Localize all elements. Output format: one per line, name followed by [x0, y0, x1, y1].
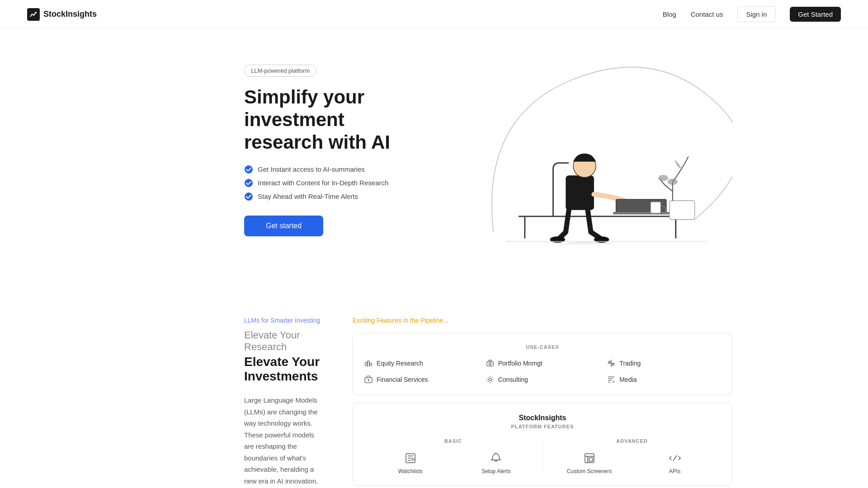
use-case-portfolio: Portfolio Mnmgt [486, 359, 600, 368]
advanced-label: ADVANCED [550, 438, 714, 444]
platform-features-card: StockInsights PLATFORM FEATURES BASIC [353, 403, 732, 486]
hero-features: Get Instant access to AI-summaries Inter… [244, 165, 425, 201]
section2-label: LLMs for Smarter Investing [244, 317, 326, 324]
use-cases-card: USE-CASES Equity Research Portfo [353, 333, 732, 395]
hero-cta-button[interactable]: Get started [244, 216, 323, 236]
advanced-screeners: Custom Screeners [550, 451, 628, 474]
trading-icon [607, 359, 616, 368]
consulting-icon [486, 375, 495, 384]
hero-left: LLM-powered platform Simplify your inves… [244, 65, 425, 236]
platform-card-subtitle: PLATFORM FEATURES [364, 424, 721, 429]
svg-point-1 [245, 179, 253, 187]
hero-illustration [443, 56, 732, 244]
use-case-financial-label: Financial Services [377, 376, 428, 383]
hero-title: Simplify your investment research with A… [244, 86, 425, 154]
nav-links: Blog Contact us Sign in Get Started [663, 6, 841, 22]
use-case-financial: Financial Services [364, 375, 478, 384]
basic-alerts: Setup Alerts [457, 451, 536, 474]
use-cases-header: USE-CASES [364, 344, 721, 350]
svg-point-16 [668, 178, 678, 185]
section2-text1: Large Language Models (LLMs) are changin… [244, 394, 326, 487]
svg-rect-11 [651, 202, 660, 213]
section2: LLMs for Smarter Investing Elevate Your … [108, 281, 760, 488]
svg-point-2 [245, 192, 253, 201]
use-case-equity-label: Equity Research [377, 360, 423, 367]
use-case-media-label: Media [619, 376, 637, 383]
svg-rect-7 [566, 175, 594, 210]
logo[interactable]: StockInsights [27, 8, 97, 21]
check-icon-3 [244, 192, 253, 201]
check-icon-2 [244, 178, 253, 188]
basic-watchlists: Watchlists [371, 451, 450, 474]
platform-card-title: StockInsights [364, 414, 721, 422]
exciting-label: Exciting Features in the Pipeline... [353, 317, 732, 324]
apis-icon [668, 451, 682, 465]
section2-left: LLMs for Smarter Investing Elevate Your … [136, 317, 326, 488]
feature-2: Interact with Content for In-Depth Resea… [244, 178, 425, 188]
advanced-apis: APIs [636, 451, 714, 474]
basic-items: Watchlists Setup Alerts [371, 451, 535, 474]
feature-3-text: Stay Ahead with Real-Time Alerts [258, 192, 358, 200]
screeners-label: Custom Screeners [567, 468, 612, 474]
getstarted-button-nav[interactable]: Get Started [790, 7, 841, 22]
feature-1-text: Get Instant access to AI-summaries [258, 165, 365, 173]
use-case-consulting-label: Consulting [498, 376, 528, 383]
svg-point-19 [489, 363, 491, 365]
advanced-items: Custom Screeners APIs [550, 451, 714, 474]
use-case-consulting: Consulting [486, 375, 600, 384]
svg-point-0 [245, 165, 253, 174]
use-case-equity: Equity Research [364, 359, 478, 368]
feature-3: Stay Ahead with Real-Time Alerts [244, 192, 425, 201]
svg-point-27 [489, 378, 491, 381]
use-case-media: Media [607, 375, 721, 384]
portfolio-icon [486, 359, 495, 368]
signin-button[interactable]: Sign in [737, 6, 775, 22]
nav-contact[interactable]: Contact us [691, 10, 723, 18]
svg-rect-18 [487, 361, 493, 366]
section2-right: Exciting Features in the Pipeline... USE… [353, 317, 732, 488]
platform-cols: BASIC [364, 438, 721, 474]
section2-title: Elevate Your Investments [244, 355, 326, 384]
alerts-icon [489, 451, 503, 465]
use-case-trading-label: Trading [619, 360, 641, 367]
watchlists-icon [403, 451, 418, 465]
svg-line-37 [673, 455, 677, 461]
basic-label: BASIC [371, 438, 535, 444]
check-icon-1 [244, 165, 253, 174]
alerts-label: Setup Alerts [481, 468, 511, 474]
use-case-portfolio-label: Portfolio Mnmgt [498, 360, 542, 367]
feature-1: Get Instant access to AI-summaries [244, 165, 425, 174]
watchlists-label: Watchlists [398, 468, 423, 474]
section2-subtitle: Elevate Your Research [244, 329, 326, 353]
hero-badge: LLM-powered platform [244, 65, 316, 77]
svg-rect-10 [613, 212, 670, 215]
apis-label: APIs [669, 468, 680, 474]
equity-icon [364, 359, 373, 368]
advanced-col: ADVANCED Custom Screen [542, 438, 721, 474]
svg-point-23 [612, 364, 614, 366]
use-case-trading: Trading [607, 359, 721, 368]
nav-blog[interactable]: Blog [663, 10, 676, 18]
hero-illustration-container [425, 56, 732, 244]
use-cases-grid: Equity Research Portfolio Mnmgt [364, 359, 721, 384]
feature-2-text: Interact with Content for In-Depth Resea… [258, 179, 388, 187]
svg-rect-14 [670, 201, 695, 220]
screeners-icon [582, 451, 597, 465]
svg-point-22 [609, 361, 610, 363]
hero-section: LLM-powered platform Simplify your inves… [108, 29, 760, 281]
svg-rect-36 [589, 458, 593, 461]
basic-col: BASIC [364, 438, 542, 474]
logo-icon [27, 8, 40, 21]
media-icon [607, 375, 616, 384]
logo-text: StockInsights [43, 9, 97, 19]
logo-svg [29, 10, 38, 19]
financial-icon [364, 375, 373, 384]
navbar: StockInsights Blog Contact us Sign in Ge… [0, 0, 868, 29]
svg-point-15 [658, 175, 668, 181]
